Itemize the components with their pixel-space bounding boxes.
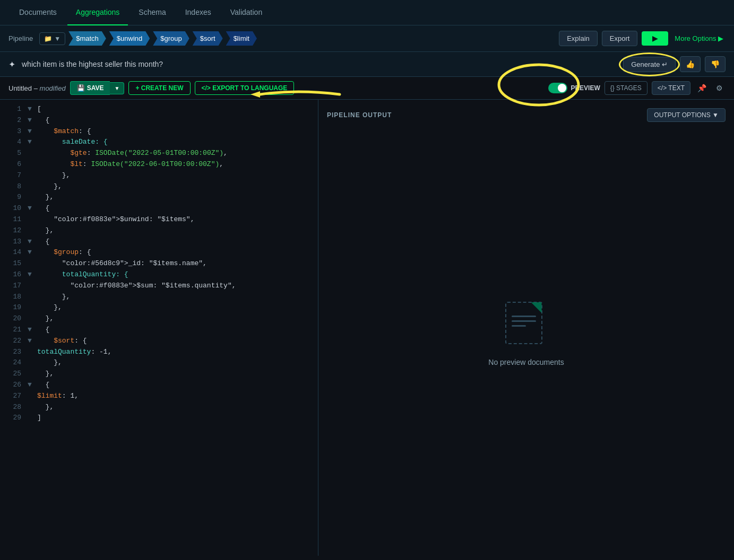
table-row: 21▼ { <box>0 325 318 336</box>
line-code: }, <box>37 357 314 369</box>
table-row: 4▼ saleDate: { <box>0 137 318 148</box>
save-button[interactable]: 💾 SAVE <box>70 81 110 95</box>
line-number: 12 <box>4 225 21 237</box>
line-number: 13 <box>4 237 21 248</box>
export-button[interactable]: Export <box>602 31 638 46</box>
line-toggle[interactable]: ▼ <box>28 137 35 148</box>
line-number: 10 <box>4 203 21 214</box>
line-number: 14 <box>4 247 21 258</box>
preview-toggle-group: PREVIEW <box>548 83 600 93</box>
table-row: 15 "color:#56d8c9">_id: "$items.name", <box>0 258 318 269</box>
line-number: 1 <box>4 104 21 115</box>
line-number: 2 <box>4 115 21 126</box>
tab-documents[interactable]: Documents <box>11 0 65 25</box>
run-button[interactable]: ▶ <box>642 31 668 46</box>
line-toggle[interactable]: ▼ <box>28 126 35 137</box>
table-row: 23 totalQuantity: -1, <box>0 347 318 358</box>
ai-input-row: ✦ Generate ↵ 👍 👎 <box>0 52 734 77</box>
save-button-group: 💾 SAVE ▼ <box>70 81 125 95</box>
line-number: 18 <box>4 292 21 303</box>
more-options-button[interactable]: More Options ▶ <box>672 31 726 46</box>
table-row: 7 }, <box>0 170 318 181</box>
line-number: 6 <box>4 159 21 170</box>
line-code: totalQuantity: { <box>37 269 314 281</box>
line-toggle[interactable]: ▼ <box>28 380 35 391</box>
line-number: 9 <box>4 192 21 203</box>
line-code: }, <box>37 369 314 380</box>
line-toggle[interactable]: ▼ <box>28 269 35 281</box>
generate-button[interactable]: Generate ↵ <box>623 57 676 72</box>
table-row: 29 ] <box>0 413 318 424</box>
line-code: $lt: ISODate("2022-06-01T00:00:00Z"), <box>37 159 314 170</box>
dropdown-arrow: ▼ <box>54 35 61 42</box>
pipeline-file-button[interactable]: 📁 ▼ <box>39 32 65 45</box>
thumbs-down-button[interactable]: 👎 <box>705 56 726 72</box>
create-new-button[interactable]: + CREATE NEW <box>128 81 190 95</box>
export-language-button[interactable]: </> EXPORT TO LANGUAGE <box>195 81 295 95</box>
line-number: 4 <box>4 137 21 148</box>
preview-toggle[interactable] <box>548 83 567 93</box>
line-number: 19 <box>4 302 21 313</box>
stage-match-button[interactable]: $match <box>68 31 106 46</box>
line-toggle[interactable]: ▼ <box>28 325 35 336</box>
line-number: 22 <box>4 336 21 347</box>
table-row: 14▼ $group: { <box>0 247 318 258</box>
tab-schema[interactable]: Schema <box>130 0 174 25</box>
line-toggle[interactable]: ▼ <box>28 203 35 214</box>
thumbs-up-button[interactable]: 👍 <box>680 56 701 72</box>
line-toggle[interactable]: ▼ <box>28 115 35 126</box>
line-number: 27 <box>4 391 21 402</box>
table-row: 6 $lt: ISODate("2022-06-01T00:00:00Z"), <box>0 159 318 170</box>
line-number: 28 <box>4 402 21 413</box>
line-code: { <box>37 325 314 336</box>
explain-button[interactable]: Explain <box>559 31 598 46</box>
table-row: 11 "color:#f0883e">$unwind: "$items", <box>0 214 318 225</box>
line-code: "color:#56d8c9">_id: "$items.name", <box>37 258 314 269</box>
table-row: 24 }, <box>0 357 318 369</box>
stage-limit-button[interactable]: $limit <box>226 31 257 46</box>
main-content: 1▼[2▼ {3▼ $match: {4▼ saleDate: {5 $gte:… <box>0 100 734 556</box>
table-row: 1▼[ <box>0 104 318 115</box>
stage-group-button[interactable]: $group <box>153 31 189 46</box>
line-toggle[interactable]: ▼ <box>28 104 35 115</box>
line-code: [ <box>37 104 314 115</box>
preview-label: PREVIEW <box>571 84 600 92</box>
line-code: { <box>37 380 314 391</box>
line-toggle[interactable]: ▼ <box>28 237 35 248</box>
text-view-button[interactable]: </> TEXT <box>652 81 690 95</box>
output-options-button[interactable]: OUTPUT OPTIONS ▼ <box>647 108 726 122</box>
line-code: }, <box>37 302 314 313</box>
line-number: 17 <box>4 281 21 292</box>
pipeline-label: Pipeline <box>8 34 33 42</box>
line-number: 8 <box>4 181 21 192</box>
output-panel: PIPELINE OUTPUT OUTPUT OPTIONS ▼ No prev… <box>318 100 734 556</box>
table-row: 13▼ { <box>0 237 318 248</box>
line-toggle[interactable]: ▼ <box>28 336 35 347</box>
line-code: }, <box>37 313 314 325</box>
tab-validation[interactable]: Validation <box>222 0 271 25</box>
no-preview-text: No preview documents <box>488 358 564 366</box>
pin-button[interactable]: 📌 <box>695 81 709 95</box>
line-toggle[interactable]: ▼ <box>28 247 35 258</box>
line-code: }, <box>37 292 314 303</box>
line-code: }, <box>37 192 314 203</box>
line-code: totalQuantity: -1, <box>37 347 314 358</box>
stage-unwind-button[interactable]: $unwind <box>109 31 150 46</box>
top-nav: Documents Aggregations Schema Indexes Va… <box>0 0 734 25</box>
tab-indexes[interactable]: Indexes <box>177 0 220 25</box>
folder-icon: 📁 <box>44 35 52 42</box>
line-number: 16 <box>4 269 21 281</box>
table-row: 28 }, <box>0 402 318 413</box>
ai-sparkle-icon: ✦ <box>8 59 15 69</box>
ai-query-input[interactable] <box>22 60 619 68</box>
table-row: 8 }, <box>0 181 318 192</box>
stages-view-button[interactable]: {} STAGES <box>605 81 647 95</box>
save-dropdown-button[interactable]: ▼ <box>110 82 124 94</box>
document-placeholder-icon <box>505 302 548 349</box>
tab-aggregations[interactable]: Aggregations <box>67 0 128 25</box>
table-row: 9 }, <box>0 192 318 203</box>
line-number: 29 <box>4 413 21 424</box>
settings-button[interactable]: ⚙ <box>713 81 726 95</box>
stage-sort-button[interactable]: $sort <box>193 31 223 46</box>
line-number: 21 <box>4 325 21 336</box>
